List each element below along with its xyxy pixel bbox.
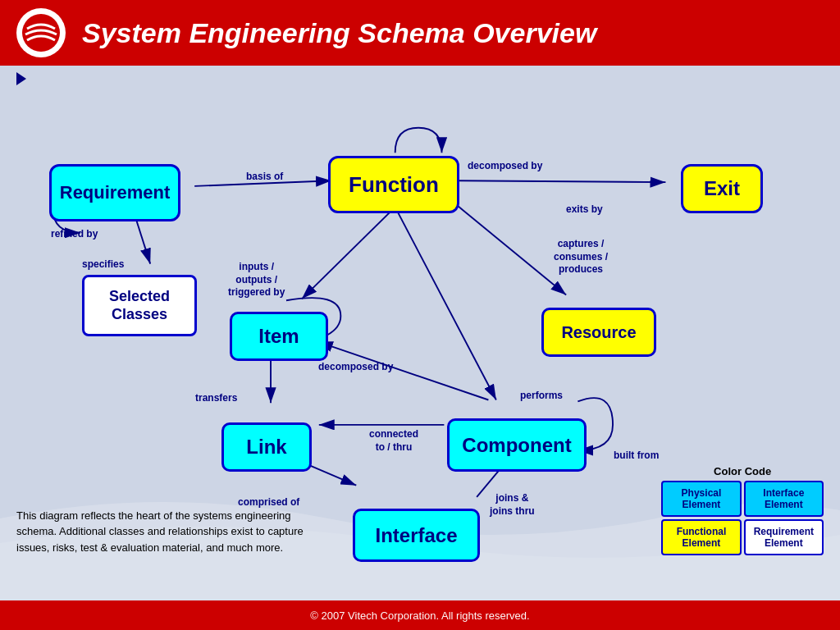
color-requirement-element: RequirementElement	[744, 519, 824, 555]
svg-line-13	[395, 207, 496, 399]
node-requirement: Requirement	[49, 164, 180, 221]
node-exit: Exit	[681, 164, 763, 213]
label-captures-consumes: captures /consumes /produces	[554, 238, 608, 276]
label-basis-of: basis of	[246, 171, 283, 184]
node-interface: Interface	[353, 509, 480, 562]
footer: © 2007 Vitech Corporation. All rights re…	[0, 600, 840, 630]
svg-line-5	[302, 207, 395, 299]
color-code-title: Color Code	[661, 465, 824, 477]
node-item: Item	[230, 312, 328, 361]
content-area: Requirement Function Exit Selected Class…	[0, 66, 840, 600]
description-text: This diagram reflects the heart of the s…	[16, 508, 312, 556]
label-decomposed-by-item: decomposed by	[318, 361, 393, 374]
color-physical-element: PhysicalElement	[661, 481, 741, 517]
color-code-box: Color Code PhysicalElement InterfaceElem…	[661, 465, 824, 555]
node-resource: Resource	[541, 308, 656, 357]
svg-line-4	[459, 180, 665, 182]
label-exits-by: exits by	[566, 203, 603, 217]
label-specifies: specifies	[82, 258, 124, 272]
node-link: Link	[221, 422, 312, 472]
slide: System Engineering Schema Overview	[0, 0, 840, 630]
label-transfers: transfers	[195, 392, 237, 405]
node-function: Function	[328, 156, 459, 213]
node-component: Component	[447, 418, 587, 472]
color-interface-element: InterfaceElement	[744, 481, 824, 517]
svg-line-7	[135, 215, 150, 264]
header-title: System Engineering Schema Overview	[82, 17, 596, 49]
label-inputs-outputs: inputs /outputs /triggered by	[228, 261, 285, 299]
node-selected-classes: Selected Classes	[82, 275, 197, 336]
label-refined-by: refined by	[51, 228, 98, 241]
header: System Engineering Schema Overview	[0, 0, 840, 66]
label-joins: joins &joins thru	[490, 492, 535, 518]
label-built-from: built from	[614, 450, 659, 463]
label-connected-to: connectedto / thru	[369, 428, 418, 454]
label-performs: performs	[520, 390, 563, 403]
triangle-bullet	[16, 72, 26, 85]
svg-line-6	[457, 206, 566, 295]
label-decomposed-by-top: decomposed by	[468, 160, 542, 173]
color-functional-element: FunctionalElement	[661, 519, 741, 555]
logo	[16, 8, 66, 57]
color-code-grid: PhysicalElement InterfaceElement Functio…	[661, 481, 824, 555]
footer-copyright: © 2007 Vitech Corporation. All rights re…	[310, 609, 529, 622]
